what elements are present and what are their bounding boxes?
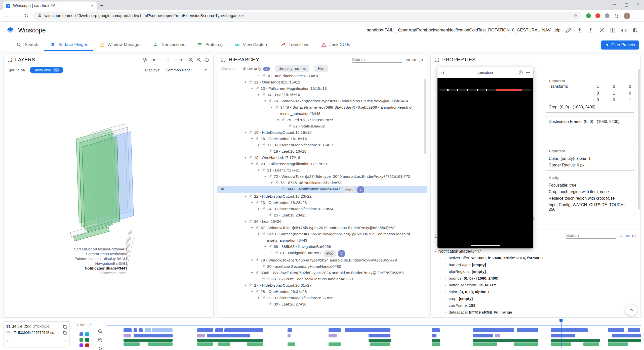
url-text[interactable]: winscope.teams.x20web.corp.google.com/pr… bbox=[45, 14, 571, 18]
filter-presets-button[interactable]: Filter Presets bbox=[601, 40, 639, 50]
tree-row[interactable]: ◦18 - Leaf:16:16#18 bbox=[217, 148, 427, 154]
pin-icon[interactable] bbox=[267, 212, 273, 218]
forward-icon[interactable]: → bbox=[14, 13, 20, 19]
tree-row[interactable]: ▾20 - FullscreenMagnification:17:17#20 bbox=[217, 161, 427, 167]
extension-icon-red[interactable] bbox=[595, 13, 600, 18]
rotation-slider[interactable] bbox=[150, 58, 162, 62]
timeline-cursor[interactable] bbox=[561, 323, 561, 348]
pin-icon[interactable] bbox=[274, 250, 280, 256]
pin-icon[interactable] bbox=[267, 173, 273, 180]
layer-label[interactable]: NotificationShade#3447 bbox=[4, 266, 127, 271]
layer-label[interactable]: Common Panel bbox=[4, 271, 127, 275]
tab-protolog[interactable]: ProtoLog bbox=[191, 39, 229, 51]
show-only-v-toggle[interactable]: Show only V bbox=[30, 67, 63, 73]
pin-icon[interactable] bbox=[274, 180, 280, 186]
download-icon[interactable] bbox=[577, 27, 583, 33]
pin-icon[interactable] bbox=[254, 225, 260, 231]
pin-icon[interactable] bbox=[280, 186, 286, 192]
transition-overlay-window[interactable]: transition — bbox=[437, 67, 533, 248]
property-tree-row[interactable]: •barrierLayer: [empty] bbox=[431, 261, 640, 268]
reset-view-icon[interactable] bbox=[205, 58, 209, 62]
layers-3d-canvas[interactable]: ScreenDecorOverlayBottom#61ScreenDecorOv… bbox=[4, 77, 213, 317]
profile-avatar[interactable] bbox=[624, 13, 630, 19]
next-frame-icon[interactable]: › bbox=[64, 338, 66, 343]
pin-icon[interactable] bbox=[254, 270, 260, 276]
zoom-out-icon[interactable] bbox=[197, 58, 201, 62]
search-option-[interactable]: (.*) bbox=[632, 234, 636, 238]
show-diff-button[interactable]: Show diff bbox=[221, 66, 238, 71]
pin-icon[interactable] bbox=[261, 231, 267, 237]
tree-row[interactable]: ▾28 - OneHanded:26:31#28 bbox=[217, 288, 427, 295]
search-option-Aa[interactable]: Aa bbox=[406, 58, 410, 62]
timeline-filter-button[interactable]: Filter bbox=[77, 322, 93, 327]
pin-icon[interactable] bbox=[274, 104, 280, 110]
tree-row[interactable]: ▾72 - WindowToken{a2746de type=2040 andr… bbox=[217, 173, 427, 180]
tree-row[interactable]: ▾68 - 885b63e NavigationBar0#68 bbox=[217, 243, 427, 250]
overlay-title-bar[interactable]: transition — bbox=[437, 67, 533, 78]
layer-label[interactable]: ScreenDecorOverlay#60 bbox=[4, 251, 127, 256]
tab-surface-flinger[interactable]: Surface Flinger bbox=[44, 39, 93, 51]
edit-icon[interactable] bbox=[566, 27, 572, 33]
pin-icon[interactable] bbox=[261, 167, 267, 173]
pin-icon[interactable] bbox=[248, 282, 254, 288]
tree-row[interactable]: ▾3448 - Surface(name=ed70f88 StatusBar)/… bbox=[217, 104, 427, 117]
pin-icon[interactable] bbox=[254, 85, 260, 92]
property-tree-row[interactable]: •color: (0, 0, 0), alpha: 1 bbox=[431, 289, 640, 295]
tree-row[interactable]: ◦81 - NavigationBar0#81HWCV bbox=[217, 250, 427, 257]
tree-row[interactable]: ▾29 - FullscreenMagnification:26:27#29 bbox=[217, 295, 427, 301]
extensions-puzzle-icon[interactable] bbox=[614, 13, 619, 18]
search-option-[interactable]: (.*) bbox=[419, 58, 423, 62]
tree-row[interactable]: ▾74 - WindowToken{fdddbe6 type=2000 andr… bbox=[217, 98, 427, 104]
pin-icon[interactable] bbox=[280, 117, 286, 123]
tree-row[interactable]: ◦3369 - 67726bf EdgeBackGestureHandler0#… bbox=[217, 276, 427, 282]
tab-transitions[interactable]: Transitions bbox=[274, 39, 315, 51]
pin-icon[interactable] bbox=[261, 142, 267, 148]
pin-icon[interactable] bbox=[261, 276, 267, 282]
property-tree-row[interactable]: •activeBuffer: w: 1080, h: 2400, stride:… bbox=[431, 255, 640, 261]
tree-row[interactable]: ▾17 - FullscreenMagnification:16:16#17 bbox=[217, 142, 427, 148]
trace-toggle-icon[interactable] bbox=[85, 343, 89, 347]
copy-icon[interactable] bbox=[63, 325, 67, 329]
timeline-zoom-in-icon[interactable] bbox=[98, 329, 103, 334]
pin-icon[interactable] bbox=[261, 206, 267, 212]
tree-row[interactable]: ▾3368 - WindowToken{f6b2f60 type=2024 an… bbox=[217, 270, 427, 276]
pin-icon[interactable] bbox=[248, 218, 254, 225]
pin-icon[interactable] bbox=[254, 289, 260, 295]
layer-label[interactable]: ScreenDecorOverlayBottom#61 bbox=[4, 247, 127, 251]
3d-view-icon[interactable] bbox=[142, 58, 147, 62]
properties-scrollbar[interactable] bbox=[638, 69, 640, 210]
copy-icon[interactable] bbox=[63, 331, 67, 335]
properties-search-input[interactable] bbox=[566, 233, 616, 239]
tree-row[interactable]: ▾13 - FullscreenMagnification:15:15#13 bbox=[217, 85, 427, 92]
tree-row[interactable]: ▾73 - 8736138 NotificationShade#73 bbox=[217, 180, 427, 186]
tree-row[interactable]: ▾19 - OneHanded:17:17#19 bbox=[217, 154, 427, 161]
prev-frame-icon[interactable]: ‹ bbox=[7, 338, 9, 343]
documentation-book-icon[interactable] bbox=[610, 27, 616, 33]
scroll-to-top-button[interactable] bbox=[625, 304, 637, 316]
pin-icon[interactable] bbox=[248, 193, 254, 199]
trace-toggle-icon[interactable] bbox=[85, 338, 89, 342]
bookmark-star-icon[interactable]: ☆ bbox=[574, 13, 578, 19]
drag-handle-icon[interactable] bbox=[440, 70, 445, 75]
trace-toggle-icon[interactable] bbox=[85, 332, 89, 336]
tree-row[interactable]: ▾24 - FullscreenMagnification:18:23#24 bbox=[217, 206, 427, 212]
property-tree-row[interactable]: •bufferTransform: IDENTITY bbox=[431, 282, 640, 289]
expand-panel-icon[interactable] bbox=[435, 58, 439, 62]
back-icon[interactable]: ← bbox=[5, 13, 10, 19]
show-only-v-button[interactable]: Show only V bbox=[243, 66, 270, 71]
tab-search[interactable]: Search bbox=[11, 39, 44, 51]
search-option-ab[interactable]: ab bbox=[626, 234, 629, 238]
info-icon[interactable] bbox=[518, 70, 523, 75]
expand-panel-icon[interactable] bbox=[8, 58, 12, 62]
timeline-canvas[interactable] bbox=[107, 318, 641, 350]
tab-close-icon[interactable]: × bbox=[91, 3, 94, 8]
property-tree-row[interactable]: •bounds: (0, 0) - (1080, 2400) bbox=[431, 275, 640, 282]
displays-select[interactable]: Common Panel▾ bbox=[163, 66, 209, 74]
tree-row[interactable]: ▾27 - HideDisplayCutout:26:31#27 bbox=[217, 282, 427, 288]
property-tree-row[interactable]: •crop: {empty} bbox=[431, 295, 640, 302]
timeline-zoom-out-icon[interactable] bbox=[98, 337, 103, 343]
pin-icon[interactable] bbox=[267, 244, 273, 250]
browser-menu-icon[interactable]: ⋮ bbox=[635, 13, 639, 19]
tree-row[interactable]: ▾21 - Leaf:17:17#21 bbox=[217, 167, 427, 173]
minimize-overlay-icon[interactable]: — bbox=[526, 70, 530, 75]
